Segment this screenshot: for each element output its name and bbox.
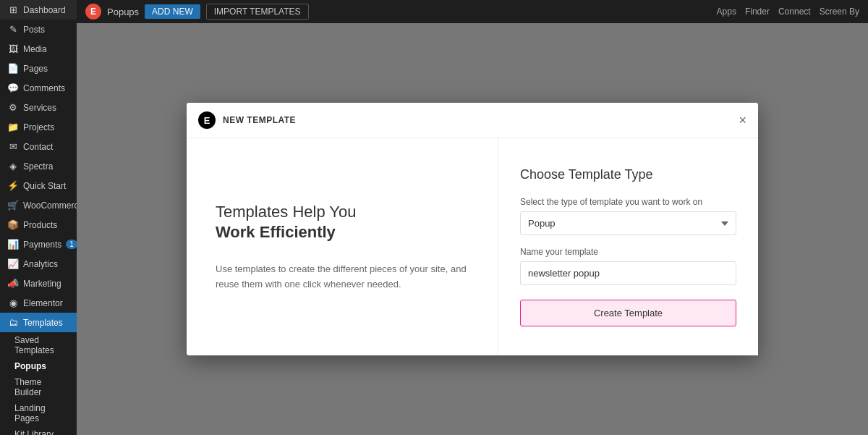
modal-heading: Templates Help You Work Efficiently — [216, 202, 469, 243]
sidebar-sub-saved-templates[interactable]: Saved Templates — [0, 332, 77, 358]
templates-icon: 🗂 — [7, 317, 19, 328]
sidebar-item-templates[interactable]: 🗂 Templates — [0, 313, 77, 332]
sidebar-item-contact[interactable]: ✉ Contact — [0, 137, 77, 156]
topbar-page-title: Popups — [107, 7, 139, 17]
add-new-button[interactable]: ADD NEW — [145, 4, 200, 19]
payments-badge: 1 — [66, 240, 77, 249]
modal-overlay[interactable]: E NEW TEMPLATE × Templates Help You Work… — [77, 23, 868, 435]
spectra-icon: ◈ — [7, 161, 19, 172]
sidebar-item-projects[interactable]: 📁 Projects — [0, 117, 77, 137]
comments-icon: 💬 — [7, 83, 19, 93]
modal-body: Templates Help You Work Efficiently Use … — [187, 138, 758, 355]
create-template-button[interactable]: Create Template — [520, 300, 736, 326]
sidebar-item-products[interactable]: 📦 Products — [0, 215, 77, 235]
sidebar-sub-landing-pages[interactable]: Landing Pages — [0, 400, 77, 426]
modal-close-button[interactable]: × — [739, 114, 746, 127]
sidebar-item-media[interactable]: 🖼 Media — [0, 39, 77, 59]
topbar-right: Apps Finder Connect Screen By — [717, 7, 859, 17]
top-bar: E Popups ADD NEW IMPORT TEMPLATES Apps F… — [77, 0, 868, 23]
modal-dialog: E NEW TEMPLATE × Templates Help You Work… — [187, 103, 758, 355]
woo-icon: 🛒 — [7, 200, 19, 211]
modal-right-panel: Choose Template Type Select the type of … — [498, 138, 758, 355]
modal-title: NEW TEMPLATE — [223, 115, 296, 125]
page-content: E NEW TEMPLATE × Templates Help You Work… — [77, 23, 868, 435]
name-label: Name your template — [520, 247, 736, 257]
topbar-logo: E — [85, 4, 101, 20]
sidebar-item-marketing[interactable]: 📣 Marketing — [0, 274, 77, 293]
sidebar: ⊞ Dashboard ✎ Posts 🖼 Media 📄 Pages 💬 Co… — [0, 0, 77, 435]
modal-logo: E — [198, 111, 216, 129]
sidebar-item-dashboard[interactable]: ⊞ Dashboard — [0, 0, 77, 20]
sidebar-item-elementor[interactable]: ◉ Elementor — [0, 293, 77, 313]
sidebar-item-posts[interactable]: ✎ Posts — [0, 20, 77, 39]
sidebar-label: Dashboard — [23, 5, 69, 15]
sidebar-item-spectra[interactable]: ◈ Spectra — [0, 156, 77, 176]
sidebar-item-woocommerce[interactable]: 🛒 WooCommerce — [0, 195, 77, 215]
sidebar-sub-theme-builder[interactable]: Theme Builder — [0, 374, 77, 400]
dashboard-icon: ⊞ — [7, 4, 19, 15]
services-icon: ⚙ — [7, 102, 19, 113]
apps-link[interactable]: Apps — [717, 7, 736, 17]
screen-by-label: Screen By — [820, 7, 859, 17]
media-icon: 🖼 — [7, 43, 19, 54]
sidebar-item-comments[interactable]: 💬 Comments — [0, 78, 77, 98]
sidebar-item-services[interactable]: ⚙ Services — [0, 98, 77, 117]
quick-start-icon: ⚡ — [7, 180, 19, 191]
elementor-icon: ◉ — [7, 297, 19, 308]
modal-left-panel: Templates Help You Work Efficiently Use … — [187, 138, 498, 355]
sidebar-sub-kit-library[interactable]: Kit Library — [0, 426, 77, 435]
contact-icon: ✉ — [7, 141, 19, 152]
modal-header: E NEW TEMPLATE × — [187, 103, 758, 138]
payments-icon: 📊 — [7, 239, 19, 250]
sidebar-item-analytics[interactable]: 📈 Analytics — [0, 254, 77, 274]
choose-template-title: Choose Template Type — [520, 167, 736, 182]
modal-description: Use templates to create the different pi… — [216, 262, 469, 292]
finder-link[interactable]: Finder — [745, 7, 770, 17]
analytics-icon: 📈 — [7, 258, 19, 269]
import-templates-button[interactable]: IMPORT TEMPLATES — [206, 4, 309, 20]
marketing-icon: 📣 — [7, 278, 19, 289]
sidebar-item-pages[interactable]: 📄 Pages — [0, 59, 77, 78]
template-type-select[interactable]: Popup Section Page — [520, 211, 736, 235]
sidebar-item-quick-start[interactable]: ⚡ Quick Start — [0, 176, 77, 195]
template-name-input[interactable] — [520, 261, 736, 285]
posts-icon: ✎ — [7, 24, 19, 35]
products-icon: 📦 — [7, 219, 19, 230]
connect-link[interactable]: Connect — [778, 7, 811, 17]
projects-icon: 📁 — [7, 122, 19, 132]
main-area: E Popups ADD NEW IMPORT TEMPLATES Apps F… — [77, 0, 868, 435]
pages-icon: 📄 — [7, 63, 19, 74]
type-label: Select the type of template you want to … — [520, 197, 736, 207]
sidebar-item-payments[interactable]: 📊 Payments 1 — [0, 235, 77, 254]
sidebar-sub-popups[interactable]: Popups — [0, 358, 77, 374]
